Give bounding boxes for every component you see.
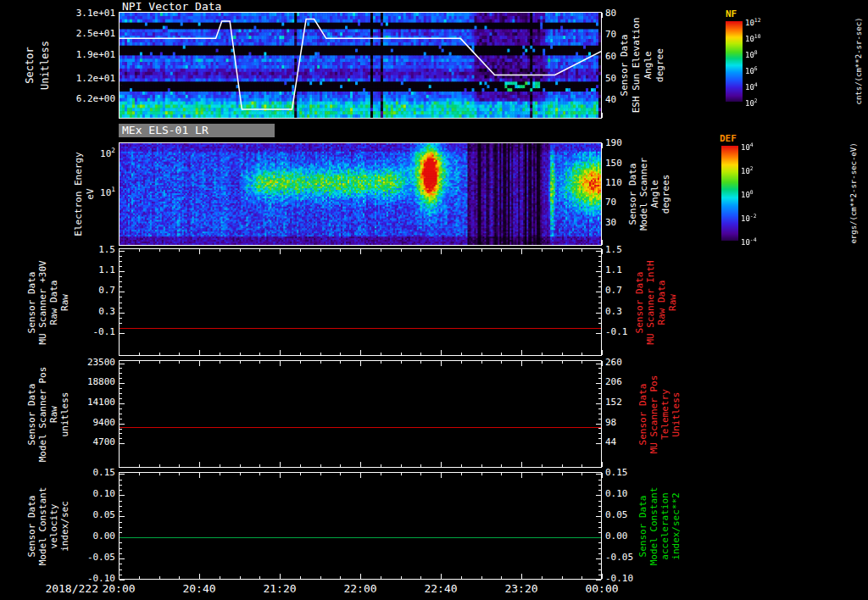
tick-label: 110 (605, 178, 644, 189)
axis-tick (360, 361, 361, 366)
axis-tick (280, 462, 281, 467)
axis-tick (320, 576, 321, 579)
axis-tick (501, 361, 502, 364)
axis-tick (598, 485, 601, 486)
axis-tick (120, 553, 122, 554)
axis-tick (120, 433, 122, 434)
axis-tick (360, 462, 361, 467)
axis-tick (461, 473, 462, 475)
axis-tick (401, 473, 402, 475)
axis-tick (501, 353, 502, 355)
axis-tick (120, 378, 122, 379)
axis-tick (120, 286, 122, 287)
axis-tick (340, 473, 341, 475)
axis-tick (159, 464, 160, 467)
axis-tick (240, 464, 241, 467)
colorbar-def-tick-label: 104 (741, 142, 754, 152)
axis-tick (120, 527, 122, 528)
axis-tick (521, 462, 522, 467)
axis-tick (598, 501, 601, 502)
axis-tick (199, 473, 200, 478)
axis-tick (179, 464, 180, 467)
colorbar-nf-tick-label: 1010 (745, 33, 760, 43)
axis-tick (300, 361, 301, 364)
x-axis-time-label: 20:00 (93, 583, 144, 596)
axis-tick (320, 249, 321, 252)
panel5-right-axis-label: index/sec**2 (670, 492, 682, 559)
axis-tick (481, 249, 482, 252)
panel4-right-axis-label: Sensor Data (637, 383, 648, 445)
axis-tick (300, 353, 301, 355)
axis-tick (179, 249, 180, 252)
axis-tick (420, 353, 421, 355)
axis-tick (401, 464, 402, 467)
tick-label: 70 (605, 30, 644, 41)
colorbar-def-tick-label: 102 (741, 165, 754, 175)
axis-tick (581, 576, 582, 579)
colorbar-def-canvas (721, 146, 738, 241)
axis-tick (598, 433, 601, 434)
axis-tick (596, 313, 601, 314)
axis-tick (602, 473, 603, 478)
panel5-right-axis-label: Sensor Data (637, 495, 648, 557)
axis-tick (300, 473, 301, 475)
axis-tick (120, 333, 125, 334)
axis-tick (120, 506, 122, 507)
axis-tick (120, 276, 122, 277)
tick-label: 0.15 (605, 468, 644, 479)
panel5-left-axis-label: index/sec (59, 501, 70, 552)
axis-tick (139, 361, 140, 364)
plot-panel-5 (119, 472, 602, 580)
axis-tick (461, 576, 462, 579)
axis-tick (240, 361, 241, 364)
axis-tick (240, 576, 241, 579)
colorbar-def-tick-label: 10-2 (741, 213, 756, 223)
axis-tick (598, 256, 601, 257)
axis-tick (120, 313, 125, 314)
axis-tick (521, 473, 522, 478)
axis-tick (461, 249, 462, 252)
tick-label: 0.05 (605, 510, 644, 521)
axis-tick (542, 361, 542, 364)
axis-tick (598, 575, 601, 575)
panel4-left-axis-label: Model Scanner Pos (37, 366, 48, 462)
axis-tick (401, 353, 402, 355)
axis-tick (596, 292, 601, 292)
axis-tick (481, 576, 482, 579)
axis-tick (581, 249, 582, 252)
axis-tick (120, 308, 122, 308)
panel2-right-axis-label: degrees (660, 175, 671, 214)
axis-tick (602, 574, 603, 579)
x-axis-time-label: 20:40 (174, 583, 225, 596)
x-axis-time-label: 21:20 (254, 583, 305, 596)
axis-tick (120, 548, 122, 549)
axis-tick (120, 398, 122, 399)
axis-tick (501, 576, 502, 579)
tick-label: 0.10 (605, 489, 644, 500)
x-axis-time-label: 22:00 (335, 583, 386, 596)
axis-tick (441, 462, 442, 467)
tick-label: -0.05 (605, 553, 644, 564)
mu-scanner-30v-data-line (120, 328, 601, 329)
tick-label: 0.05 (63, 510, 115, 521)
model-scanner-pos-data-line (120, 427, 601, 428)
axis-tick (259, 464, 260, 467)
axis-tick (159, 249, 160, 252)
axis-tick (340, 249, 341, 252)
axis-tick (598, 548, 601, 549)
panel1-left-axis-label: Sector (24, 47, 36, 83)
axis-tick (598, 318, 601, 319)
tick-label: 0.15 (63, 468, 115, 479)
axis-tick (598, 266, 601, 267)
axis-tick (120, 429, 122, 430)
panel3-right-axis-label: MU Scanner IntH (645, 260, 656, 344)
axis-tick (139, 464, 140, 467)
axis-tick (120, 532, 122, 533)
tick-label: 6.2e+00 (63, 94, 115, 105)
x-axis-date-label: 2018/222 (24, 583, 98, 596)
colorbar-nf-units-label: cnts/(cm**2-sr-sec) (854, 18, 863, 105)
axis-tick (598, 480, 601, 481)
axis-tick (598, 393, 601, 394)
axis-tick (598, 408, 601, 409)
axis-tick (240, 249, 241, 252)
